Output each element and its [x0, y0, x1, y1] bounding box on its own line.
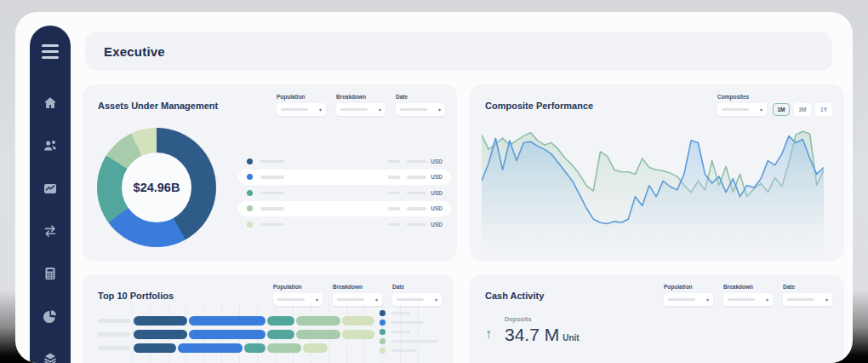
legend-dot	[380, 348, 385, 354]
breakdown-filter: Breakdown ▾	[336, 94, 385, 116]
legend-dot	[247, 205, 253, 211]
placeholder-label	[391, 340, 438, 343]
aum-total-value: $24.96B	[134, 181, 180, 194]
date-filter: Date ▾	[783, 284, 832, 306]
range-button-1m[interactable]: 1M	[773, 103, 790, 116]
population-label: Population	[277, 94, 326, 100]
top10-legend-row	[380, 329, 438, 335]
card-cash-activity: Cash Activity Population ▾ Breakdown ▾ D…	[470, 274, 844, 363]
range-button-3m[interactable]: 3M	[794, 103, 811, 116]
sidebar-item-users[interactable]	[43, 138, 58, 153]
placeholder-label	[260, 223, 284, 227]
bar-segment	[178, 343, 243, 353]
currency-label: USD	[431, 158, 443, 164]
bar-segment	[267, 343, 301, 353]
cash-card-title: Cash Activity	[485, 291, 544, 301]
deposits-value: 34.7 M	[505, 325, 559, 345]
aum-legend-row[interactable]: USD	[238, 170, 451, 186]
menu-icon[interactable]	[39, 42, 61, 61]
card-composite-performance: Composite Performance Composites ▾ 1M 3M…	[470, 84, 844, 261]
placeholder-bar	[340, 108, 368, 111]
date-label: Date	[392, 284, 442, 290]
date-label: Date	[396, 94, 445, 100]
bar-segment	[303, 343, 328, 353]
population-filter: Population ▾	[664, 284, 713, 306]
sidebar-item-portfolios[interactable]	[43, 181, 58, 196]
aum-legend-row[interactable]: USD	[238, 216, 451, 233]
placeholder-bar	[397, 298, 424, 301]
population-label: Population	[273, 284, 323, 290]
population-filter: Population ▾	[277, 94, 326, 116]
aum-legend-row[interactable]: USD	[238, 201, 451, 217]
aum-donut-chart: $24.96B	[97, 128, 216, 247]
placeholder-label	[391, 331, 410, 334]
bar-segment	[189, 316, 266, 326]
composites-select[interactable]: ▾	[717, 103, 767, 116]
placeholder-value	[407, 176, 426, 179]
sidebar-item-holdings[interactable]	[43, 351, 58, 363]
trend-up-icon: ↑	[485, 326, 492, 345]
transfer-icon	[43, 223, 58, 239]
legend-dot	[247, 174, 253, 180]
placeholder-value	[388, 223, 400, 227]
placeholder-label	[391, 349, 417, 353]
date-select[interactable]: ▾	[396, 103, 445, 116]
placeholder-label	[98, 332, 130, 337]
range-toggle-group: 1M 3M 1Y	[773, 103, 832, 116]
legend-dot	[380, 310, 385, 316]
sidebar-item-transactions[interactable]	[43, 223, 58, 239]
sidebar-item-allocations[interactable]	[43, 308, 58, 324]
placeholder-label	[98, 319, 130, 323]
bar-segment	[296, 316, 340, 326]
breakdown-label: Breakdown	[723, 284, 773, 290]
population-select[interactable]: ▾	[664, 293, 713, 306]
top10-card-title: Top 10 Portfolios	[98, 291, 174, 301]
cash-filters: Population ▾ Breakdown ▾ Date ▾	[664, 284, 832, 306]
legend-dot	[380, 338, 385, 344]
placeholder-label	[391, 321, 423, 325]
chevron-down-icon: ▾	[706, 297, 709, 302]
app-frame: Executive Assets Under Management Popula…	[15, 12, 853, 363]
deposits-label: Deposits	[505, 315, 580, 323]
bar-segment	[134, 343, 176, 353]
composite-chart-svg	[482, 120, 824, 250]
currency-label: USD	[431, 222, 443, 228]
currency-label: USD	[431, 190, 443, 196]
breakdown-select[interactable]: ▾	[723, 293, 773, 306]
users-icon	[43, 138, 58, 153]
bar-segment	[342, 316, 374, 326]
placeholder-bar	[728, 298, 755, 301]
chevron-down-icon: ▾	[760, 107, 762, 112]
sidebar-item-calculations[interactable]	[43, 266, 58, 281]
chevron-down-icon: ▾	[766, 297, 768, 302]
calculator-icon	[43, 266, 58, 281]
bar-segment	[296, 330, 340, 339]
aum-card-title: Assets Under Management	[98, 101, 218, 111]
aum-legend-row[interactable]: USD	[238, 153, 451, 170]
top10-legend-row	[380, 338, 438, 344]
card-top-10-portfolios: Top 10 Portfolios Population ▾ Breakdown…	[83, 274, 454, 363]
page-header: Executive	[85, 32, 832, 71]
composite-performance-chart	[482, 120, 824, 250]
composites-label: Composites	[717, 94, 767, 100]
breakdown-label: Breakdown	[333, 284, 382, 290]
aum-legend-row[interactable]: USD	[238, 185, 451, 201]
chevron-down-icon: ▾	[438, 107, 441, 112]
placeholder-label	[260, 176, 284, 179]
range-button-1y[interactable]: 1Y	[815, 103, 832, 116]
bar-segment	[189, 330, 266, 339]
currency-label: USD	[431, 205, 443, 211]
currency-label: USD	[431, 174, 443, 180]
aum-legend: USDUSDUSDUSDUSD	[238, 153, 451, 233]
date-select[interactable]: ▾	[783, 293, 832, 306]
sidebar-item-home[interactable]	[43, 95, 58, 111]
placeholder-value	[388, 207, 400, 210]
population-select[interactable]: ▾	[277, 103, 326, 116]
placeholder-bar	[668, 298, 695, 301]
placeholder-bar	[400, 108, 427, 111]
placeholder-value	[407, 207, 426, 210]
breakdown-select[interactable]: ▾	[336, 103, 385, 116]
chevron-down-icon: ▾	[379, 107, 381, 112]
aum-donut-hole: $24.96B	[122, 153, 191, 222]
placeholder-label	[260, 192, 284, 195]
